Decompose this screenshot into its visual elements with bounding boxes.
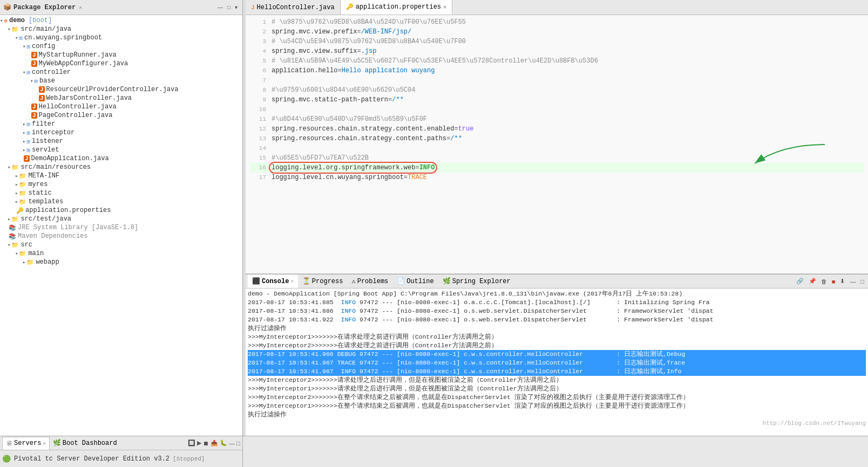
server-debug-button[interactable]: 🐛 xyxy=(220,439,227,447)
tree-item-MyStartupRunner[interactable]: JMyStartupRunner.java xyxy=(0,51,242,59)
console-line-10[interactable]: >>>MyInterceptor2>>>>>>>请求处理之后进行调用，但是在视图… xyxy=(248,376,866,384)
console-tab-spring-explorer[interactable]: 🌿 Spring Explorer xyxy=(438,274,515,288)
tree-item-META-INF[interactable]: ▸📁META-INF xyxy=(0,171,242,180)
console-minimize-button[interactable]: — xyxy=(848,278,857,285)
tree-item-DemoApplication[interactable]: JDemoApplication.java xyxy=(0,154,242,163)
package-explorer-header: 📦 Package Explorer ✕ — □ ▾ xyxy=(0,0,242,15)
tree-item-application-properties[interactable]: 🔑application.properties xyxy=(0,206,242,215)
tree-item-WebJarsController[interactable]: JWebJarsController.java xyxy=(0,94,242,102)
tree-item-base[interactable]: ▾⊞base xyxy=(0,77,242,85)
tree-arrow: ▾ xyxy=(23,44,25,50)
tree-item-templates[interactable]: ▸📁templates xyxy=(0,197,242,206)
console-line-5[interactable]: >>>MyInterceptor1>>>>>>>在请求处理之前进行调用（Cont… xyxy=(248,333,866,341)
tree-item-controller[interactable]: ▾⊞controller xyxy=(0,68,242,77)
console-line-text: 2017-08-17 10:53:41.966 DEBUG 97472 --- … xyxy=(248,350,685,359)
console-tab-progress[interactable]: ⏳ Progress xyxy=(298,274,348,288)
tab-close-icon[interactable]: ✕ xyxy=(443,4,446,10)
tree-item-servlet[interactable]: ▸⊞servlet xyxy=(0,146,242,154)
console-line-11[interactable]: >>>MyInterceptor1>>>>>>>请求处理之后进行调用，但是在视图… xyxy=(248,384,866,393)
tree-item-interceptor[interactable]: ▸⊞interceptor xyxy=(0,128,242,137)
server-stop-button[interactable]: ⏹ xyxy=(203,440,209,447)
console-tabs: ⬛ Console ✕ ⏳ Progress ⚠ Problems 📄 O xyxy=(248,274,515,288)
panel-menu-button[interactable]: ▾ xyxy=(233,4,239,11)
console-pin-button[interactable]: 📌 xyxy=(807,277,818,285)
tree-item-HelloController[interactable]: JHelloController.java xyxy=(0,102,242,111)
server-maximize-button[interactable]: □ xyxy=(236,440,240,447)
tree-item-cn-wuyang[interactable]: ▾⊞cn.wuyang.springboot xyxy=(0,33,242,42)
minimize-button[interactable]: — xyxy=(216,4,225,11)
console-line-7[interactable]: 2017-08-17 10:53:41.966 DEBUG 97472 --- … xyxy=(248,350,866,359)
console-scroll-button[interactable]: ⬇ xyxy=(838,277,846,285)
boot-dashboard-tab[interactable]: 🌿 Boot Dashboard xyxy=(50,437,120,450)
console-line-4[interactable]: 执行过滤操作 xyxy=(248,324,866,333)
tab-application-properties[interactable]: 🔑 application.properties ✕ xyxy=(341,0,452,15)
console-stop-button[interactable]: ■ xyxy=(830,278,837,285)
tree-item-src-main-resources[interactable]: ▾📁src/main/resources xyxy=(0,163,242,171)
tree-arrow: ▾ xyxy=(0,18,3,24)
tree-item-myres[interactable]: ▸📁myres xyxy=(0,180,242,189)
console-line-12[interactable]: >>>MyInterceptor2>>>>>>>在整个请求结束之后被调用，也就是… xyxy=(248,393,866,402)
tree-item-filter[interactable]: ▸⊞filter xyxy=(0,120,242,128)
console-maximize-button[interactable]: □ xyxy=(859,278,866,285)
console-link-button[interactable]: 🔗 xyxy=(795,277,805,285)
tree-item-PageController[interactable]: JPageController.java xyxy=(0,111,242,120)
properties-file-icon: 🔑 xyxy=(346,3,354,10)
code-content[interactable]: 1# \u9875\u9762\u9ED8\u8BA4\u524D\u7F00\… xyxy=(246,15,868,274)
server-new-button[interactable]: 🔲 xyxy=(188,439,195,447)
code-line-5: 5# \u81EA\u5B9A\u4E49\u5C5E\u6027\uFF0C\… xyxy=(250,56,864,66)
servers-tab[interactable]: 🖥 Servers ✕ xyxy=(2,437,50,450)
tree-item-icon-package: ⊞ xyxy=(26,138,30,145)
console-clear-button[interactable]: 🗑 xyxy=(819,278,829,285)
line-number: 3 xyxy=(250,37,266,46)
tree-item-JRE-System[interactable]: 📚JRE System Library [JavaSE-1.8] xyxy=(0,223,242,232)
tree-item-Maven-Dependencies[interactable]: 📚Maven Dependencies xyxy=(0,232,242,241)
console-line-text: 执行过滤操作 xyxy=(248,410,287,419)
console-content[interactable]: demo - DemoApplication [Spring Boot App]… xyxy=(246,289,868,436)
console-line-13[interactable]: >>>MyInterceptor1>>>>>>>在整个请求结束之后被调用，也就是… xyxy=(248,402,866,410)
tree-item-main[interactable]: ▾📁main xyxy=(0,249,242,258)
tab-hello-controller[interactable]: J HelloController.java xyxy=(246,0,341,15)
maximize-button[interactable]: □ xyxy=(226,4,232,11)
tree-item-static[interactable]: ▸📁static xyxy=(0,189,242,197)
tree-item-icon-folder: 📁 xyxy=(19,250,26,257)
server-minimize-button[interactable]: — xyxy=(229,440,235,447)
tree-item-label: cn.wuyang.springboot xyxy=(24,34,102,42)
server-publish-button[interactable]: 📤 xyxy=(211,439,218,447)
tree-item-src-test-java[interactable]: ▸📁src/test/java xyxy=(0,215,242,223)
console-line-1[interactable]: 2017-08-17 10:53:41.885 INFO 97472 --- [… xyxy=(248,298,866,307)
console-tab-outline[interactable]: 📄 Outline xyxy=(392,274,438,288)
tree-item-MyWebAppConfigurer[interactable]: JMyWebAppConfigurer.java xyxy=(0,59,242,68)
code-text: spring.resources.chain.strategy.content.… xyxy=(272,134,462,143)
code-line-1: 1# \u9875\u9762\u9ED8\u8BA4\u524D\u7F00\… xyxy=(250,17,864,27)
console-line-2[interactable]: 2017-08-17 10:53:41.886 INFO 97472 --- [… xyxy=(248,307,866,315)
tree-item-src[interactable]: ▾📁src xyxy=(0,241,242,249)
tree-item-icon-java: J xyxy=(24,155,30,162)
tree-arrow: ▸ xyxy=(23,130,25,136)
tree-item-label: PageController.java xyxy=(39,112,113,119)
java-file-icon: J xyxy=(251,4,255,11)
bottom-tab-bar: 🖥 Servers ✕ 🌿 Boot Dashboard 🔲 ▶ ⏹ 📤 🐛 —… xyxy=(0,436,242,450)
tree-item-webapp[interactable]: ▸📁webapp xyxy=(0,258,242,266)
console-line-9[interactable]: 2017-08-17 10:53:41.967 INFO 97472 --- [… xyxy=(248,367,866,376)
tree-item-label: config xyxy=(32,43,55,50)
tree-item-config[interactable]: ▾⊞config xyxy=(0,42,242,51)
tree-item-listener[interactable]: ▸⊞listener xyxy=(0,137,242,146)
console-tab-problems[interactable]: ⚠ Problems xyxy=(347,274,392,288)
console-tab-console[interactable]: ⬛ Console ✕ xyxy=(248,274,298,288)
code-line-7: 7 xyxy=(250,75,864,85)
tree-item-demo[interactable]: ▾⊕demo [boot] xyxy=(0,16,242,25)
console-line-14[interactable]: 执行过滤操作 xyxy=(248,410,866,419)
server-list: 🟢 Pivotal tc Server Developer Edition v3… xyxy=(0,450,242,467)
tree-item-ResourceUrlProvider[interactable]: JResourceUrlProviderController.java xyxy=(0,85,242,94)
tree-item-src-main-java[interactable]: ▾📁src/main/java xyxy=(0,25,242,33)
code-text: #\u9759\u6001\u8D44\u6E90\u6620\u5C04 xyxy=(272,85,415,95)
console-line-6[interactable]: >>>MyInterceptor2>>>>>>>在请求处理之前进行调用（Cont… xyxy=(248,341,866,350)
server-restart-button[interactable]: ▶ xyxy=(197,439,201,447)
console-tab-close-icon[interactable]: ✕ xyxy=(290,278,293,284)
line-number: 9 xyxy=(250,95,266,105)
tree-item-label: MyWebAppConfigurer.java xyxy=(39,60,128,67)
tree-item-icon-srcfolder: 📁 xyxy=(11,216,19,223)
servers-tab-close[interactable]: ✕ xyxy=(43,441,45,447)
console-line-3[interactable]: 2017-08-17 10:53:41.922 INFO 97472 --- [… xyxy=(248,315,866,324)
console-line-8[interactable]: 2017-08-17 10:53:41.967 TRACE 97472 --- … xyxy=(248,359,866,367)
